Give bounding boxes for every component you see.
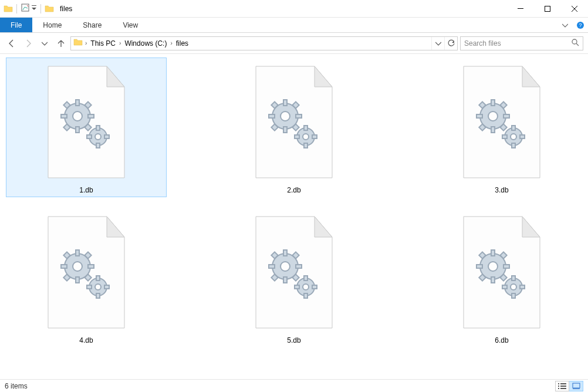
svg-rect-7 (558, 383, 559, 384)
qat-dropdown-icon[interactable] (31, 3, 37, 15)
file-name-label: 5.db (287, 336, 300, 344)
address-dropdown-icon[interactable] (431, 37, 444, 50)
breadcrumb-label: Windows (C:) (124, 39, 167, 48)
db-file-icon (449, 211, 555, 334)
view-toggle (555, 381, 583, 391)
help-icon[interactable]: ? (573, 18, 588, 32)
folder-icon (45, 4, 54, 13)
address-bar[interactable]: › This PC › Windows (C:) › files (70, 36, 458, 50)
refresh-button[interactable] (444, 37, 457, 50)
file-name-label: 6.db (495, 336, 508, 344)
navigation-bar: › This PC › Windows (C:) › files (0, 33, 588, 54)
breadcrumb[interactable]: files (175, 39, 190, 48)
breadcrumb[interactable]: This PC (89, 39, 117, 48)
svg-rect-13 (573, 383, 580, 388)
tab-share[interactable]: Share (72, 18, 112, 32)
item-count-label: 6 items (5, 382, 28, 390)
recent-locations-dropdown-icon[interactable] (38, 36, 52, 50)
status-bar: 6 items (0, 379, 588, 392)
file-item[interactable]: 1.db (6, 58, 167, 197)
chevron-right-icon[interactable]: › (119, 40, 121, 46)
maximize-button[interactable] (534, 0, 561, 18)
minimize-button[interactable] (507, 0, 534, 18)
up-button[interactable] (54, 36, 68, 50)
tab-home[interactable]: Home (32, 18, 72, 32)
db-file-icon (33, 60, 139, 184)
db-file-icon (241, 60, 347, 184)
quick-access-toolbar (0, 3, 54, 15)
svg-rect-9 (558, 386, 559, 387)
ribbon-tabs: File Home Share View ? (0, 18, 588, 33)
thumbnails-view-button[interactable] (569, 381, 583, 391)
window-title: files (60, 5, 72, 13)
breadcrumb[interactable]: Windows (C:) (123, 39, 168, 48)
db-file-icon (241, 211, 347, 334)
file-tab[interactable]: File (0, 18, 32, 32)
svg-rect-14 (573, 388, 580, 389)
tab-view[interactable]: View (112, 18, 148, 32)
chevron-right-icon[interactable]: › (85, 40, 87, 46)
search-icon[interactable] (571, 38, 579, 48)
details-view-button[interactable] (555, 381, 569, 391)
window-controls (507, 0, 588, 18)
svg-rect-3 (545, 6, 550, 11)
db-file-icon (449, 60, 555, 184)
svg-rect-1 (32, 5, 36, 6)
breadcrumb-label: files (176, 39, 188, 48)
file-name-label: 2.db (287, 186, 300, 194)
svg-rect-10 (560, 386, 566, 387)
back-button[interactable] (5, 36, 19, 50)
folder-icon (4, 4, 13, 13)
file-item[interactable]: 3.db (421, 58, 582, 197)
breadcrumb-label: This PC (90, 39, 116, 48)
chevron-right-icon[interactable]: › (170, 40, 172, 46)
svg-point-6 (572, 39, 577, 44)
title-bar: files (0, 0, 588, 18)
svg-rect-12 (560, 388, 566, 389)
search-box[interactable] (460, 36, 583, 50)
file-item[interactable]: 5.db (214, 208, 374, 347)
file-view[interactable]: 1.db2.db3.db4.db5.db6.db (0, 54, 588, 379)
file-item[interactable]: 2.db (214, 58, 374, 197)
file-name-label: 3.db (495, 186, 508, 194)
forward-button[interactable] (21, 36, 35, 50)
svg-rect-8 (560, 383, 566, 384)
file-item[interactable]: 4.db (6, 208, 167, 347)
file-name-label: 1.db (79, 186, 93, 194)
close-button[interactable] (561, 0, 588, 18)
search-input[interactable] (464, 39, 571, 48)
folder-icon (73, 38, 83, 49)
db-file-icon (33, 211, 139, 334)
file-item[interactable]: 6.db (421, 208, 582, 347)
file-name-label: 4.db (79, 336, 93, 344)
svg-rect-11 (558, 388, 559, 389)
svg-text:?: ? (579, 22, 582, 28)
properties-icon[interactable] (21, 3, 30, 15)
ribbon-collapse-icon[interactable] (557, 18, 573, 32)
svg-rect-0 (22, 4, 29, 11)
svg-rect-2 (518, 8, 523, 9)
